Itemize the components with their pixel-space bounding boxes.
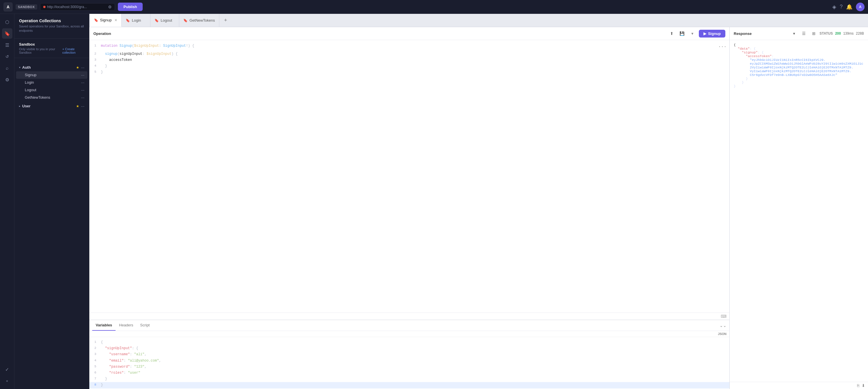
response-chevron-icon[interactable]: ▾ (790, 29, 798, 37)
tab-getnewtokens[interactable]: 🔖 GetNewTokens (179, 14, 219, 27)
collections-header: Operation Collections Saved operations f… (14, 14, 89, 35)
auth-more-icon[interactable]: ··· (81, 65, 85, 70)
tab-headers[interactable]: Headers (116, 320, 136, 331)
collections-list: ▾ Auth ★ ··· Signup ··· Login ··· Logout… (14, 61, 89, 389)
url-status-dot (43, 6, 45, 8)
json-label: JSON (718, 332, 726, 336)
auth-group-header[interactable]: ▾ Auth ★ ··· (16, 64, 87, 71)
tab-variables[interactable]: Variables (92, 320, 116, 331)
notifications-icon[interactable]: 🔔 (846, 4, 852, 10)
sidebar-icon-check[interactable]: ✓ (2, 364, 12, 374)
response-size: 228B (856, 31, 864, 35)
divider (14, 38, 89, 39)
tab-script[interactable]: Script (136, 320, 153, 331)
code-line-3: 3 accessToken (89, 57, 730, 63)
vars-line-4: 4 "email": "ali@yahoo.com", (89, 358, 730, 364)
collections-subtitle: Saved operations for your Sandbox, acros… (19, 24, 85, 33)
vars-line-5: 5 "password": "123", (89, 364, 730, 370)
status-code: 200 (835, 31, 841, 35)
help-icon[interactable]: ? (840, 4, 843, 10)
tab-logout-bookmark-icon: 🔖 (154, 19, 159, 23)
response-panel: Response ▾ ☰ ⊞ STATUS 200 139ms 228B { "… (730, 27, 868, 389)
topbar: A SANDBOX http://localhost:3000/gra... ⚙… (0, 0, 868, 14)
code-editor[interactable]: 1 mutation Signup($signUpInput: SignUpIn… (89, 40, 730, 312)
tab-bookmark-icon: 🔖 (94, 18, 98, 22)
signup-more-icon[interactable]: ··· (81, 73, 85, 77)
collections-title: Operation Collections (19, 19, 85, 23)
list-item-signup[interactable]: Signup ··· (16, 71, 87, 79)
editor-toolbar: Operation ⬆ 💾 ▾ ▶ Signup (89, 27, 730, 40)
user-star-icon: ★ (76, 104, 79, 108)
tab-login[interactable]: 🔖 Login (122, 14, 150, 27)
code-line-1: 1 mutation Signup($signUpInput: SignUpIn… (89, 43, 730, 51)
run-button[interactable]: ▶ Signup (699, 30, 725, 37)
user-more-icon[interactable]: ··· (81, 104, 85, 109)
list-item-login[interactable]: Login ··· (16, 79, 87, 86)
tab-login-bookmark-icon: 🔖 (126, 19, 130, 23)
getnewtokens-more-icon[interactable]: ··· (81, 95, 85, 100)
response-copy-toolbar: ⎘ ⬇ (730, 382, 868, 389)
status-section: STATUS 200 139ms 228B (819, 31, 864, 35)
sidebar-icon-settings[interactable]: ⚙ (2, 75, 12, 85)
list-item-getnewtokens[interactable]: GetNewTokens ··· (16, 94, 87, 101)
sidebar-icon-bookmark[interactable]: 🔖 (2, 28, 12, 39)
tab-signup[interactable]: 🔖 Signup ✕ (90, 14, 122, 27)
url-settings-icon[interactable]: ⚙ (108, 5, 112, 9)
sidebar-icon-collapse[interactable]: « (2, 376, 12, 386)
download-button[interactable]: ⬇ (862, 383, 865, 388)
editor-bottom-bar: ⌨ (89, 312, 730, 320)
sidebar-icon-history[interactable]: ↺ (2, 51, 12, 62)
status-label: STATUS (819, 31, 833, 35)
vars-line-8: 8 } (89, 382, 730, 388)
list-item-logout[interactable]: Logout ··· (16, 86, 87, 94)
user-group-name: User (22, 104, 76, 108)
url-text: http://localhost:3000/gra... (47, 5, 106, 9)
user-group-header[interactable]: ▸ User ★ ··· (16, 103, 87, 110)
chevron-right-icon: ▸ (19, 105, 21, 108)
main-layout: ⬡ 🔖 ☰ ↺ ⌕ ⚙ ✓ « Operation Collections Sa… (0, 14, 868, 389)
collection-group-auth: ▾ Auth ★ ··· Signup ··· Login ··· Logout… (14, 64, 89, 101)
vars-code-editor[interactable]: 1 { 2 "signUpInput": { 3 "username": "al… (89, 337, 730, 389)
copy-button[interactable]: ⎘ (857, 383, 859, 388)
save-dropdown-icon[interactable]: ▾ (688, 29, 696, 37)
vars-line-3: 3 "username": "ali", (89, 352, 730, 358)
collections-panel: Operation Collections Saved operations f… (14, 14, 89, 389)
divider2 (14, 58, 89, 58)
tabs-bar: 🔖 Signup ✕ 🔖 Login 🔖 Logout 🔖 GetNewToke… (89, 14, 868, 27)
tab-add-button[interactable]: + (220, 15, 231, 26)
sidebar-icon-rail: ⬡ 🔖 ☰ ↺ ⌕ ⚙ ✓ « (0, 14, 14, 389)
response-toolbar: Response ▾ ☰ ⊞ STATUS 200 139ms 228B (730, 27, 868, 40)
app-logo: A (3, 2, 13, 11)
sidebar-icon-document[interactable]: ☰ (2, 40, 12, 50)
vars-line-7: 7 } (89, 376, 730, 382)
publish-button[interactable]: Publish (118, 3, 143, 11)
share-button[interactable]: ⬆ (668, 29, 676, 37)
sidebar-icon-graph[interactable]: ⬡ (2, 17, 12, 27)
response-list-icon[interactable]: ☰ (800, 29, 808, 37)
collection-group-user: ▸ User ★ ··· (14, 103, 89, 110)
variables-panel: Variables Headers Script ⌄⌄ JSON 1 { (89, 320, 730, 389)
user-avatar[interactable]: A (856, 3, 865, 11)
code-line-4: 4 } (89, 63, 730, 69)
response-grid-icon[interactable]: ⊞ (810, 29, 818, 37)
sandbox-section: Sandbox Only visible to you in your Sand… (14, 42, 89, 54)
vars-collapse-icon[interactable]: ⌄⌄ (720, 323, 726, 328)
save-button[interactable]: 💾 (678, 29, 686, 37)
keyboard-icon: ⌨ (721, 314, 726, 318)
code-line-2: 2 signup(signUpInput: $signUpInput) { (89, 51, 730, 57)
run-label: Signup (708, 31, 721, 36)
tab-close-icon[interactable]: ✕ (115, 18, 117, 22)
response-code-viewer: { "data": { "signup": { "accessToken": "… (730, 40, 868, 382)
chevron-down-icon: ▾ (19, 66, 21, 69)
sidebar-icon-search[interactable]: ⌕ (2, 63, 12, 73)
response-time: 139ms (843, 31, 854, 35)
apollo-icon[interactable]: ◈ (832, 4, 836, 10)
run-play-icon: ▶ (704, 31, 706, 36)
url-bar[interactable]: http://localhost:3000/gra... ⚙ (40, 3, 115, 11)
create-collection-link[interactable]: + Create collection (62, 47, 85, 54)
login-more-icon[interactable]: ··· (81, 80, 85, 85)
sandbox-desc: Only visible to you in your Sandbox (19, 47, 61, 54)
tab-logout[interactable]: 🔖 Logout (150, 14, 179, 27)
more-options-icon[interactable]: ··· (718, 43, 730, 51)
logout-more-icon[interactable]: ··· (81, 88, 85, 92)
